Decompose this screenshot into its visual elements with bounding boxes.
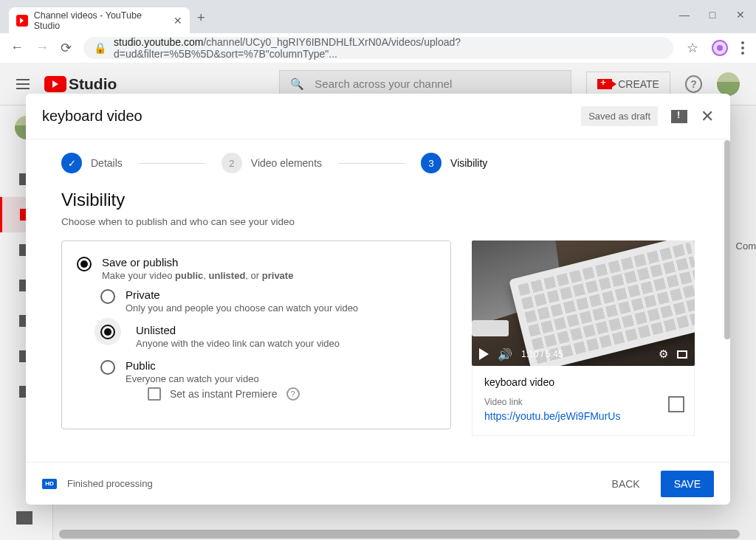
video-link-label: Video link	[484, 397, 682, 407]
preview-title: keyboard video	[484, 376, 682, 388]
step-number: 3	[421, 153, 441, 173]
option-desc: Anyone with the video link can watch you…	[136, 338, 340, 349]
radio-icon[interactable]	[77, 257, 92, 271]
step-details[interactable]: ✓ Details	[61, 153, 123, 173]
address-bar[interactable]: 🔒 studio.youtube.com/channel/UCy0_hgRIY6…	[83, 37, 673, 59]
radio-icon[interactable]	[100, 289, 115, 304]
browser-tab[interactable]: Channel videos - YouTube Studio ✕	[9, 7, 190, 33]
new-tab-button[interactable]: +	[197, 10, 205, 29]
step-visibility[interactable]: 3 Visibility	[421, 153, 487, 173]
address-right: ☆	[681, 40, 750, 56]
youtube-favicon-icon	[16, 15, 28, 27]
option-title: Save or publish	[102, 256, 293, 269]
reload-icon[interactable]: ⟳	[61, 40, 72, 56]
video-link[interactable]: https://youtu.be/jeWi9FMurUs	[484, 410, 682, 422]
tab-close-icon[interactable]: ✕	[173, 15, 182, 27]
video-controls: 🔊 1:10 / 5:45 ⚙	[472, 342, 695, 366]
step-connector	[139, 163, 205, 164]
option-private[interactable]: Private Only you and people you choose c…	[100, 288, 436, 314]
video-thumbnail[interactable]: 🔊 1:10 / 5:45 ⚙	[472, 240, 695, 366]
option-title: Unlisted	[136, 324, 340, 336]
window-minimize-icon[interactable]: —	[679, 9, 690, 21]
step-connector	[338, 163, 405, 164]
window-controls: — □ ✕	[673, 1, 752, 21]
thumbnail-cable	[472, 320, 509, 336]
option-desc: Everyone can watch your video	[126, 373, 300, 384]
settings-gear-icon[interactable]: ⚙	[659, 347, 668, 361]
step-video-elements-label: Video elements	[251, 157, 322, 169]
window-maximize-icon[interactable]: □	[707, 9, 718, 21]
fullscreen-icon[interactable]	[677, 350, 687, 359]
nav-arrows: ← → ⟳	[6, 40, 76, 56]
modal-scrollbar[interactable]	[724, 140, 730, 339]
volume-icon[interactable]: 🔊	[498, 347, 512, 361]
play-icon[interactable]	[479, 348, 489, 360]
radio-icon[interactable]	[100, 360, 115, 375]
option-desc: Only you and people you choose can watch…	[126, 302, 358, 314]
video-time: 1:10 / 5:45	[521, 349, 563, 359]
forward-arrow-icon[interactable]: →	[35, 40, 49, 56]
browser-menu-icon[interactable]	[741, 41, 744, 55]
option-save-or-publish[interactable]: Save or publish Make your video public, …	[77, 256, 436, 281]
stepper: ✓ Details 2 Video elements 3 Visibility	[26, 139, 730, 187]
modal-title: keyboard video	[42, 108, 142, 125]
upload-modal: keyboard video Saved as draft ✕ ✓ Detail…	[26, 94, 730, 505]
modal-header: keyboard video Saved as draft ✕	[26, 94, 730, 139]
url-host: studio.youtube.com	[114, 36, 203, 48]
extension-icon[interactable]	[712, 40, 728, 56]
premiere-checkbox-row[interactable]: Set as instant Premiere ?	[148, 387, 300, 401]
check-icon: ✓	[61, 153, 82, 173]
feedback-icon[interactable]	[671, 110, 687, 123]
tab-strip: Channel videos - YouTube Studio ✕ +	[0, 0, 756, 33]
video-preview: 🔊 1:10 / 5:45 ⚙ keyboard video Video lin…	[472, 240, 695, 436]
lock-icon: 🔒	[94, 42, 106, 54]
radio-icon[interactable]	[100, 325, 115, 339]
option-title: Private	[126, 288, 358, 301]
address-bar-row: ← → ⟳ 🔒 studio.youtube.com/channel/UCy0_…	[0, 33, 756, 63]
visibility-options-card: Save or publish Make your video public, …	[61, 240, 451, 429]
modal-body: Visibility Choose when to publish and wh…	[26, 187, 730, 462]
preview-info: keyboard video Video link https://youtu.…	[472, 366, 695, 436]
section-heading: Visibility	[61, 190, 695, 210]
step-number: 2	[221, 153, 242, 173]
modal-footer: HD Finished processing BACK SAVE	[26, 462, 730, 505]
processing-status: Finished processing	[67, 478, 153, 489]
option-desc: Make your video public, unlisted, or pri…	[102, 270, 293, 281]
checkbox-icon[interactable]	[148, 387, 161, 401]
step-video-elements[interactable]: 2 Video elements	[221, 153, 322, 173]
back-arrow-icon[interactable]: ←	[10, 40, 24, 56]
back-button[interactable]: BACK	[602, 471, 650, 497]
close-icon[interactable]: ✕	[701, 107, 714, 126]
section-subheading: Choose when to publish and who can see y…	[61, 216, 695, 227]
step-visibility-label: Visibility	[450, 157, 487, 169]
tab-title: Channel videos - YouTube Studio	[34, 10, 168, 31]
option-title: Public	[126, 359, 300, 372]
browser-chrome: — □ ✕ Channel videos - YouTube Studio ✕ …	[0, 0, 756, 63]
hd-badge-icon: HD	[42, 479, 57, 489]
help-tooltip-icon[interactable]: ?	[286, 387, 300, 401]
draft-status-chip: Saved as draft	[581, 106, 658, 126]
premiere-label: Set as instant Premiere	[170, 388, 278, 400]
option-public[interactable]: Public Everyone can watch your video Set…	[100, 359, 436, 401]
save-button[interactable]: SAVE	[661, 471, 714, 497]
option-unlisted[interactable]: Unlisted Anyone with the video link can …	[100, 324, 436, 349]
step-details-label: Details	[91, 157, 123, 169]
bookmark-star-icon[interactable]: ☆	[687, 40, 698, 56]
window-close-icon[interactable]: ✕	[735, 9, 746, 21]
copy-link-icon[interactable]	[670, 398, 684, 412]
